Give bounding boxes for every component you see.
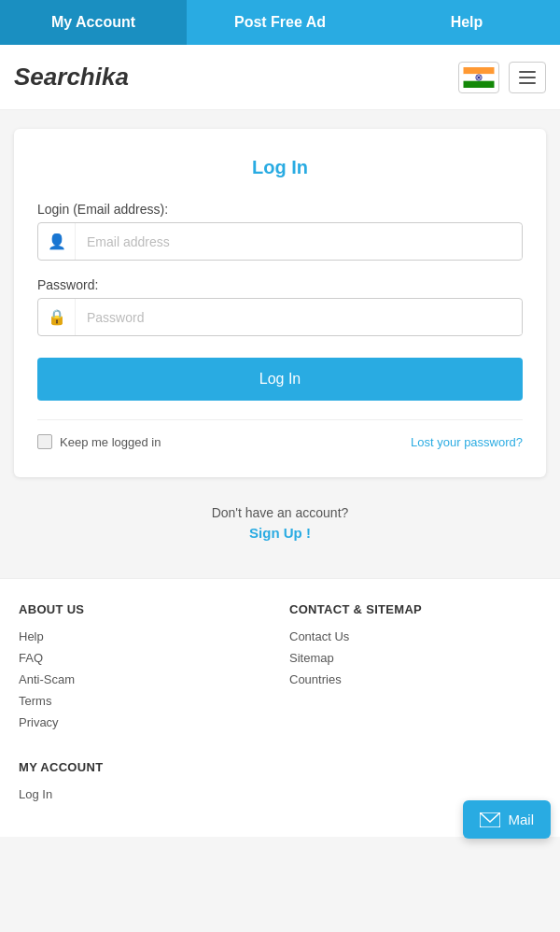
footer-my-account-section: MY ACCOUNT Log In — [19, 760, 541, 801]
login-card: Log In Login (Email address): 👤 Password… — [14, 129, 546, 477]
nav-help[interactable]: Help — [373, 0, 560, 45]
menu-line-1 — [519, 71, 536, 73]
email-field[interactable] — [76, 225, 522, 259]
password-label: Password: — [37, 277, 523, 292]
svg-rect-0 — [464, 67, 495, 74]
signup-section: Don't have an account? Sign Up ! — [14, 505, 546, 541]
login-title: Log In — [37, 157, 523, 178]
menu-line-3 — [519, 82, 536, 84]
signup-link[interactable]: Sign Up ! — [14, 525, 546, 541]
footer-contact-col: CONTACT & SITEMAP Contact Us Sitemap Cou… — [289, 602, 541, 737]
mail-button[interactable]: Mail — [463, 800, 551, 837]
india-flag-icon — [463, 67, 495, 88]
svg-rect-2 — [464, 80, 495, 87]
footer-link-faq[interactable]: FAQ — [19, 651, 271, 665]
footer-link-countries[interactable]: Countries — [289, 672, 541, 686]
footer-grid: ABOUT US Help FAQ Anti-Scam Terms Privac… — [19, 602, 541, 737]
main-content: Log In Login (Email address): 👤 Password… — [0, 110, 560, 559]
footer-link-sitemap[interactable]: Sitemap — [289, 651, 541, 665]
form-footer: Keep me logged in Lost your password? — [37, 419, 523, 449]
site-logo[interactable]: Searchika — [14, 63, 129, 92]
footer-contact-heading: CONTACT & SITEMAP — [289, 602, 541, 616]
nav-my-account[interactable]: My Account — [0, 0, 187, 45]
hamburger-menu-button[interactable] — [509, 62, 546, 93]
language-selector[interactable] — [458, 62, 499, 93]
footer-link-privacy[interactable]: Privacy — [19, 715, 271, 729]
remember-me-checkbox[interactable] — [37, 434, 52, 449]
menu-line-2 — [519, 77, 536, 78]
footer-about-col: ABOUT US Help FAQ Anti-Scam Terms Privac… — [19, 602, 271, 737]
footer-link-contact-us[interactable]: Contact Us — [289, 629, 541, 643]
footer-link-anti-scam[interactable]: Anti-Scam — [19, 672, 271, 686]
footer-link-login[interactable]: Log In — [19, 787, 541, 801]
email-input-wrapper: 👤 — [37, 222, 523, 261]
password-input-wrapper: 🔒 — [37, 298, 523, 336]
no-account-text: Don't have an account? — [212, 505, 349, 520]
email-form-group: Login (Email address): 👤 — [37, 202, 523, 261]
footer-about-heading: ABOUT US — [19, 602, 271, 616]
remember-me-label: Keep me logged in — [60, 435, 161, 449]
remember-me-group: Keep me logged in — [37, 434, 161, 449]
lost-password-link[interactable]: Lost your password? — [411, 435, 523, 449]
user-icon: 👤 — [38, 223, 76, 260]
footer-link-terms[interactable]: Terms — [19, 694, 271, 708]
nav-post-free-ad[interactable]: Post Free Ad — [187, 0, 373, 45]
footer-my-account-heading: MY ACCOUNT — [19, 760, 541, 774]
site-footer: ABOUT US Help FAQ Anti-Scam Terms Privac… — [0, 578, 560, 837]
site-header: Searchika — [0, 45, 560, 110]
header-actions — [458, 62, 546, 93]
top-navigation: My Account Post Free Ad Help — [0, 0, 560, 45]
password-field[interactable] — [76, 301, 522, 334]
mail-button-label: Mail — [508, 812, 534, 827]
email-label: Login (Email address): — [37, 202, 523, 217]
lock-icon: 🔒 — [38, 299, 76, 335]
footer-link-help[interactable]: Help — [19, 629, 271, 643]
password-form-group: Password: 🔒 — [37, 277, 523, 336]
login-button[interactable]: Log In — [37, 358, 523, 401]
mail-icon — [480, 812, 500, 827]
